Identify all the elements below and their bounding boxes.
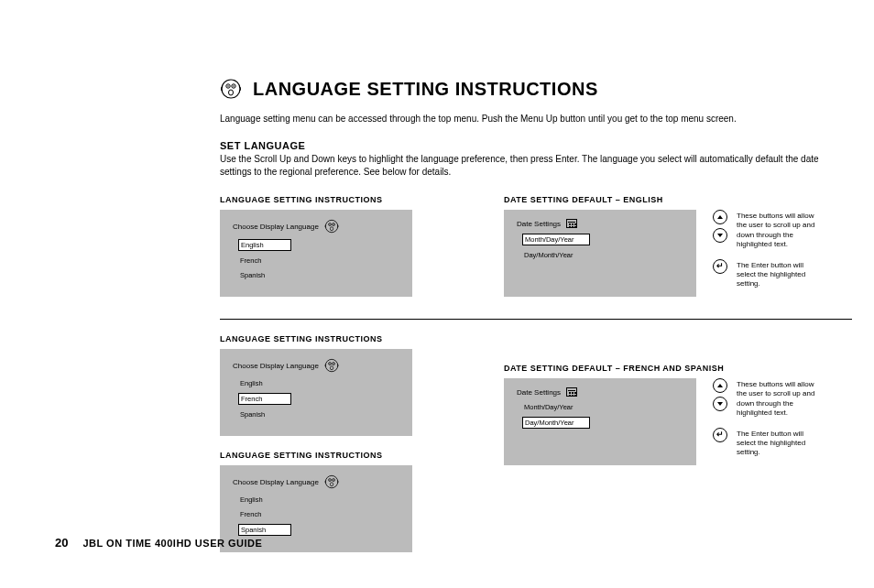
scroll-up-icon [713, 378, 727, 393]
option-dmy: Day/Month/Year [522, 250, 590, 260]
panel-label: Choose Display Language [233, 478, 319, 486]
divider [220, 319, 852, 320]
scroll-up-icon [713, 210, 727, 224]
face-icon [324, 358, 339, 373]
date-panel-english: Date Settings Month/Day/Year Day/Month/Y… [504, 210, 696, 297]
option-french: French [238, 256, 291, 266]
face-icon [324, 219, 339, 234]
enter-text: The Enter button will select the highlig… [737, 259, 819, 289]
page-number: 20 [55, 536, 68, 550]
scroll-down-icon [713, 228, 727, 243]
block-title-lang-2: LANGUAGE SETTING INSTRUCTIONS [220, 334, 467, 343]
option-french: French [238, 509, 291, 519]
date-panel-label: Date Settings [517, 220, 561, 228]
panel-label: Choose Display Language [233, 362, 319, 370]
footer-title: JBL ON TIME 400iHD USER GUIDE [82, 538, 262, 549]
option-english: English [238, 239, 291, 251]
option-english: English [238, 495, 291, 505]
option-dmy: Day/Month/Year [522, 417, 590, 429]
col-left-1: LANGUAGE SETTING INSTRUCTIONS Choose Dis… [220, 195, 467, 311]
intro-text: Language setting menu can be accessed th… [220, 113, 819, 125]
controls-english: These buttons will allow the user to scr… [713, 210, 819, 311]
controls-fr-es: These buttons will allow the user to scr… [713, 378, 819, 480]
calendar-icon [566, 387, 577, 397]
option-spanish: Spanish [238, 270, 291, 280]
page-header: LANGUAGE SETTING INSTRUCTIONS [220, 78, 819, 100]
block-title-lang-3: LANGUAGE SETTING INSTRUCTIONS [220, 451, 467, 460]
option-french: French [238, 393, 291, 405]
block-title-lang-1: LANGUAGE SETTING INSTRUCTIONS [220, 195, 467, 204]
set-language-heading: SET LANGUAGE [220, 140, 819, 151]
calendar-icon [566, 219, 577, 228]
language-panel-english: Choose Display Language English French S… [220, 210, 412, 297]
row-2: LANGUAGE SETTING INSTRUCTIONS Choose Dis… [220, 334, 819, 567]
block-title-date-fr-es: DATE SETTING DEFAULT – FRENCH AND SPANIS… [504, 364, 819, 373]
block-title-date-english: DATE SETTING DEFAULT – ENGLISH [504, 195, 819, 204]
page-title: LANGUAGE SETTING INSTRUCTIONS [253, 79, 598, 100]
col-right-2: DATE SETTING DEFAULT – FRENCH AND SPANIS… [504, 334, 819, 567]
footer: 20 JBL ON TIME 400iHD USER GUIDE [55, 536, 262, 550]
scroll-text: These buttons will allow the user to scr… [737, 378, 819, 419]
option-spanish: Spanish [238, 524, 291, 536]
col-left-2: LANGUAGE SETTING INSTRUCTIONS Choose Dis… [220, 334, 467, 567]
scroll-text: These buttons will allow the user to scr… [737, 210, 819, 250]
date-panel-label: Date Settings [517, 388, 561, 397]
panel-label: Choose Display Language [233, 223, 319, 231]
set-language-text: Use the Scroll Up and Down keys to highl… [220, 153, 819, 179]
option-spanish: Spanish [238, 409, 291, 419]
face-icon [220, 78, 242, 100]
enter-text: The Enter button will select the highlig… [737, 428, 819, 458]
row-1: LANGUAGE SETTING INSTRUCTIONS Choose Dis… [220, 195, 819, 311]
scroll-down-icon [713, 397, 727, 411]
option-english: English [238, 378, 291, 388]
date-panel-fr-es: Date Settings Month/Day/Year Day/Month/Y… [504, 378, 696, 465]
col-right-1: DATE SETTING DEFAULT – ENGLISH Date Sett… [504, 195, 819, 311]
language-panel-french: Choose Display Language English French S… [220, 349, 412, 436]
option-mdy: Month/Day/Year [522, 402, 590, 412]
enter-icon: ↵ [713, 428, 727, 442]
face-icon [324, 474, 339, 489]
enter-icon: ↵ [713, 259, 727, 274]
option-mdy: Month/Day/Year [522, 234, 590, 245]
